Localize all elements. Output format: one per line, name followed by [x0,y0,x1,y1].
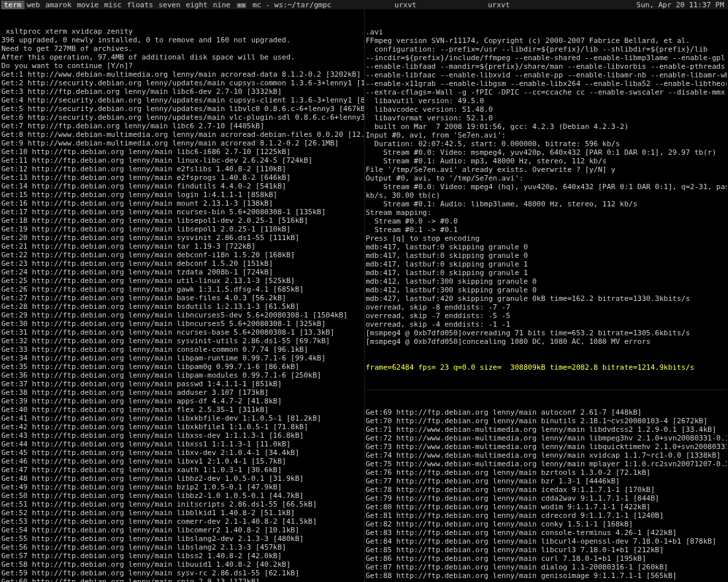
terminal-line: Get:2 http://security.debian.org lenny/u… [1,79,363,87]
terminal-line: Get:74 http://www.debian-multimedia.org … [366,451,727,460]
terminal-line: Get:26 http://ftp.debian.org lenny/main … [1,285,363,294]
terminal-line: Get:71 http://www.debian-multimedia.org … [366,425,727,434]
window-title-right-1: urxvt [389,1,482,9]
terminal-line: Get:9 http://www.debian-multimedia.org l… [1,139,363,147]
tag-floats[interactable]: floats [124,1,156,9]
terminal-line: Get:73 http://www.debian-multimedia.org … [366,442,727,451]
terminal-line: Get:7 http://ftp.debian.org lenny/main l… [1,122,363,130]
left-terminal[interactable]: xsltproc xterm xvidcap zenity396 upgrade… [0,9,365,582]
tag-web[interactable]: web [24,1,43,9]
terminal-line: Get:85 http://ftp.debian.org lenny/main … [366,546,727,554]
terminal-line: Get:57 http://ftp.debian.org lenny/main … [1,552,363,560]
terminal-line: Get:32 http://ftp.debian.org lenny/main … [1,337,363,345]
terminal-line: Duration: 02:07:42.5, start: 0.000000, b… [366,140,727,148]
terminal-line: Stream #0.0: Video: msmpeg4, yuv420p, 64… [366,148,727,157]
tag-movie[interactable]: movie [74,1,101,9]
terminal-line: File '/tmp/Se7en.avi' already exists. Ov… [366,165,727,174]
terminal-line: Need to get 727MB of archives. [1,44,363,53]
terminal-line: overread, skip -4 enddists: -1 -1 [366,320,727,329]
terminal-line: Get:34 http://ftp.debian.org lenny/main … [1,354,363,362]
terminal-line: Get:70 http://ftp.debian.org lenny/main … [366,417,727,425]
terminal-line: Get:28 http://ftp.debian.org lenny/main … [1,302,363,311]
terminal-line: Stream #0.1: Audio: mp3, 48000 Hz, stere… [366,157,727,165]
terminal-line: mdb:417, lastbuf:0 skipping granule 0 [366,251,727,260]
terminal-line: Get:38 http://ftp.debian.org lenny/main … [1,388,363,397]
terminal-line: Get:11 http://ftp.debian.org lenny/main … [1,156,363,165]
terminal-line: Get:13 http://ftp.debian.org lenny/main … [1,173,363,182]
terminal-line: Get:24 http://ftp.debian.org lenny/main … [1,268,363,276]
terminal-line: Get:41 http://ftp.debian.org lenny/main … [1,414,363,423]
terminal-line: Get:16 http://ftp.debian.org lenny/main … [1,199,363,208]
terminal-line: Get:18 http://ftp.debian.org lenny/main … [1,216,363,225]
tag-seven[interactable]: seven [156,1,183,9]
tag-misc[interactable]: misc [101,1,124,9]
top-bar: termwebamarokmoviemiscfloatsseveneightni… [0,0,728,9]
terminal-line: Get:81 http://ftp.debian.org lenny/main … [366,511,727,520]
terminal-line: Get:87 http://ftp.debian.org lenny/main … [366,563,727,571]
terminal-line: Get:79 http://ftp.debian.org lenny/main … [366,494,727,503]
terminal-line: Get:58 http://ftp.debian.org lenny/main … [1,560,363,569]
terminal-line: Get:83 http://ftp.debian.org lenny/main … [366,528,727,537]
terminal-line: Get:1 http://www.debian-multimedia.org l… [1,70,363,79]
terminal-line: .avi [366,28,727,36]
terminal-line: Get:4 http://security.debian.org lenny/u… [1,96,363,104]
terminal-line: Get:27 http://ftp.debian.org lenny/main … [1,294,363,302]
terminal-line: Get:80 http://ftp.debian.org lenny/main … [366,503,727,511]
terminal-line: libavcodec version: 51.48.0 [366,105,727,114]
tag-eight[interactable]: eight [183,1,210,9]
terminal-line: Get:48 http://ftp.debian.org lenny/main … [1,474,363,483]
terminal-line: Get:19 http://ftp.debian.org lenny/main … [1,225,363,233]
terminal-line: Get:40 http://ftp.debian.org lenny/main … [1,405,363,414]
terminal-line: Get:8 http://www.debian-multimedia.org l… [1,130,363,139]
terminal-line: Get:42 http://ftp.debian.org lenny/main … [1,423,363,431]
window-title-right-2: urxvt [482,1,576,9]
terminal-line: Stream #0.0 -> #0.0 [366,217,727,226]
terminal-line: Get:33 http://ftp.debian.org lenny/main … [1,345,363,354]
terminal-line: Input #0, avi, from 'Se7en.avi': [366,131,727,140]
right-top-terminal[interactable]: .aviFFmpeg version SVN-r11174, Copyright… [366,10,727,390]
terminal-line: --incdir=${prefix}/include/ffmpeg --enab… [366,54,727,62]
terminal-line: Get:82 http://ftp.debian.org lenny/main … [366,520,727,528]
terminal-line: [msmpeg4 @ 0xb7dfd050]overreading 71 bit… [366,329,727,337]
terminal-line: Get:29 http://ftp.debian.org lenny/main … [1,311,363,319]
terminal-line: Get:45 http://ftp.debian.org lenny/main … [1,448,363,457]
terminal-line: Get:25 http://ftp.debian.org lenny/main … [1,276,363,285]
terminal-line: Do you want to continue [Y/n]? [1,62,363,70]
terminal-line: Get:75 http://www.debian-multimedia.org … [366,460,727,468]
terminal-line: Get:59 http://ftp.debian.org lenny/main … [1,569,363,577]
terminal-line: Get:53 http://ftp.debian.org lenny/main … [1,517,363,526]
terminal-line: Get:14 http://ftp.debian.org lenny/main … [1,182,363,190]
terminal-line: overread, skip -8 enddists: -7 -7 [366,303,727,312]
tag-amarok[interactable]: amarok [42,1,74,9]
tag-nine[interactable]: nine [210,1,234,9]
terminal-line: After this operation, 97.4MB of addition… [1,53,363,62]
terminal-line: Get:35 http://ftp.debian.org lenny/main … [1,362,363,371]
right-bottom-terminal[interactable]: Get:69 http://ftp.debian.org lenny/main … [366,390,727,581]
terminal-line: 396 upgraded, 0 newly installed, 0 to re… [1,36,363,44]
terminal-line: --enable-x11grab --enable-libgsm --enabl… [366,79,727,88]
terminal-line: Stream #0.1: Audio: libmp3lame, 48000 Hz… [366,200,727,208]
terminal-line: Get:56 http://ftp.debian.org lenny/main … [1,543,363,552]
terminal-line: Get:46 http://ftp.debian.org lenny/main … [1,457,363,466]
tag-term[interactable]: term [1,1,24,9]
terminal-line: Get:36 http://ftp.debian.org lenny/main … [1,371,363,380]
terminal-line: Get:77 http://ftp.debian.org lenny/main … [366,477,727,485]
terminal-line: Get:60 http://ftp.debian.org lenny/main … [1,577,363,582]
terminal-line: Get:69 http://ftp.debian.org lenny/main … [366,408,727,417]
terminal-line: Get:10 http://ftp.debian.org lenny/main … [1,147,363,156]
terminal-line: Get:30 http://ftp.debian.org lenny/main … [1,319,363,328]
terminal-line: libavformat version: 52.1.0 [366,114,727,122]
layout-icon: ▣▣ [233,1,250,9]
terminal-line: Get:84 http://ftp.debian.org lenny/main … [366,537,727,546]
terminal-line: Get:5 http://security.debian.org lenny/u… [1,104,363,113]
terminal-line: Output #0, avi, to '/tmp/Se7en.avi': [366,174,727,183]
terminal-line: Get:43 http://ftp.debian.org lenny/main … [1,431,363,440]
terminal-line: Get:22 http://ftp.debian.org lenny/main … [1,251,363,259]
terminal-line: Get:50 http://ftp.debian.org lenny/main … [1,491,363,500]
terminal-line: Stream #0.0: Video: mpeg4 (hq), yuv420p,… [366,183,727,191]
terminal-line: Get:44 http://ftp.debian.org lenny/main … [1,440,363,448]
terminal-line: mdb:412, lastbuf:300 skipping granule 0 [366,286,727,294]
terminal-line: Get:6 http://security.debian.org lenny/u… [1,113,363,122]
terminal-line: Get:23 http://ftp.debian.org lenny/main … [1,259,363,268]
ffmpeg-status: frame=62484 fps= 23 q=0.0 size= 308809kB… [366,363,727,372]
